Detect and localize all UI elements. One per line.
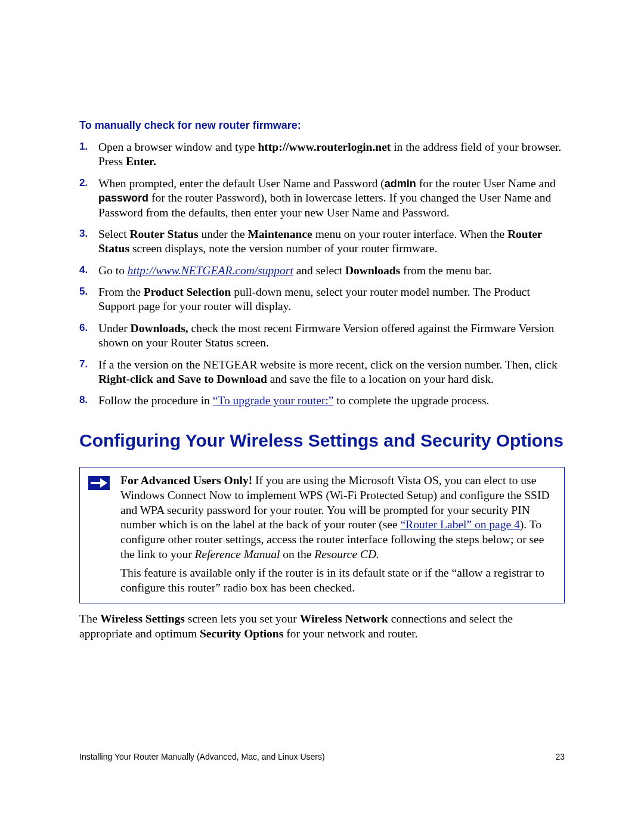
step-text: When prompted, enter the default User Na…: [98, 177, 385, 190]
maintenance-label: Maintenance: [247, 228, 312, 240]
step-1: 1. Open a browser window and type http:/…: [79, 140, 565, 169]
step-2: 2. When prompted, enter the default User…: [79, 176, 565, 220]
step-3: 3. Select Router Status under the Mainte…: [79, 227, 565, 256]
step-number: 1.: [79, 140, 88, 153]
arrow-icon: [88, 476, 110, 494]
step-text: Go to: [98, 264, 128, 277]
text: The: [79, 612, 100, 625]
advanced-users-lead: For Advanced Users Only!: [120, 474, 252, 487]
svg-rect-1: [91, 482, 101, 484]
resource-cd-label: Resource CD.: [314, 548, 379, 561]
step-text: If a the version on the NETGEAR website …: [98, 358, 558, 371]
step-text: under the: [199, 228, 248, 240]
wireless-settings-label: Wireless Settings: [100, 612, 185, 625]
section-heading-wireless-settings: Configuring Your Wireless Settings and S…: [79, 430, 565, 451]
product-selection-label: Product Selection: [144, 286, 231, 298]
step-number: 8.: [79, 394, 88, 406]
subheading-firmware-check: To manually check for new router firmwar…: [79, 119, 565, 132]
step-number: 5.: [79, 285, 88, 298]
note-body: For Advanced Users Only! If you are usin…: [120, 473, 556, 596]
step-text: Under: [98, 322, 131, 335]
downloads-label: Downloads: [345, 264, 400, 277]
step-text: to complete the upgrade process.: [333, 394, 489, 407]
router-label-link[interactable]: “Router Label” on page 4: [400, 518, 519, 531]
text: screen lets you set your: [185, 612, 300, 625]
step-5: 5. From the Product Selection pull-down …: [79, 285, 565, 314]
url-text: http://www.routerlogin.net: [258, 141, 391, 153]
netgear-support-link[interactable]: http://www.NETGEAR.com/support: [128, 264, 293, 277]
step-text: and select: [293, 264, 345, 277]
right-click-save-label: Right-click and Save to Download: [98, 373, 267, 385]
step-4: 4. Go to http://www.NETGEAR.com/support …: [79, 264, 565, 278]
password-label: password: [98, 192, 148, 204]
step-text: From the: [98, 286, 144, 298]
page-number: 23: [555, 752, 565, 761]
step-number: 4.: [79, 264, 88, 276]
security-options-label: Security Options: [200, 627, 283, 640]
reference-manual-label: Reference Manual: [195, 548, 280, 561]
step-text: and save the file to a location on your …: [267, 373, 494, 385]
note-text: on the: [280, 548, 314, 561]
step-number: 3.: [79, 227, 88, 240]
note-box: For Advanced Users Only! If you are usin…: [79, 467, 565, 604]
step-text: Select: [98, 228, 130, 240]
footer-title: Installing Your Router Manually (Advance…: [79, 752, 325, 761]
step-text: for the router User Name and: [416, 177, 556, 190]
page-footer: Installing Your Router Manually (Advance…: [79, 752, 565, 761]
wireless-network-label: Wireless Network: [300, 612, 388, 625]
enter-key: Enter.: [126, 155, 156, 168]
text: for your network and router.: [283, 627, 417, 640]
upgrade-router-link[interactable]: “To upgrade your router:”: [213, 394, 334, 407]
step-text: Follow the procedure in: [98, 394, 213, 407]
step-text: screen displays, note the version number…: [129, 242, 438, 255]
step-number: 6.: [79, 321, 88, 334]
admin-label: admin: [385, 178, 416, 190]
step-number: 7.: [79, 358, 88, 370]
step-text: for the router Password), both in lowerc…: [98, 191, 551, 218]
page: To manually check for new router firmwar…: [0, 0, 644, 833]
step-6: 6. Under Downloads, check the most recen…: [79, 321, 565, 351]
step-text: Open a browser window and type: [98, 141, 258, 153]
step-7: 7. If a the version on the NETGEAR websi…: [79, 358, 565, 387]
step-8: 8. Follow the procedure in “To upgrade y…: [79, 394, 565, 408]
step-text: from the menu bar.: [400, 264, 491, 277]
step-text: menu on your router interface. When the: [312, 228, 507, 240]
after-box-paragraph: The Wireless Settings screen lets you se…: [79, 612, 565, 642]
step-number: 2.: [79, 176, 88, 189]
router-status-label: Router Status: [130, 228, 199, 240]
downloads-label: Downloads,: [131, 322, 188, 335]
note-paragraph-2: This feature is available only if the ro…: [120, 566, 556, 596]
note-paragraph-1: For Advanced Users Only! If you are usin…: [120, 473, 556, 563]
steps-list: 1. Open a browser window and type http:/…: [79, 140, 565, 408]
